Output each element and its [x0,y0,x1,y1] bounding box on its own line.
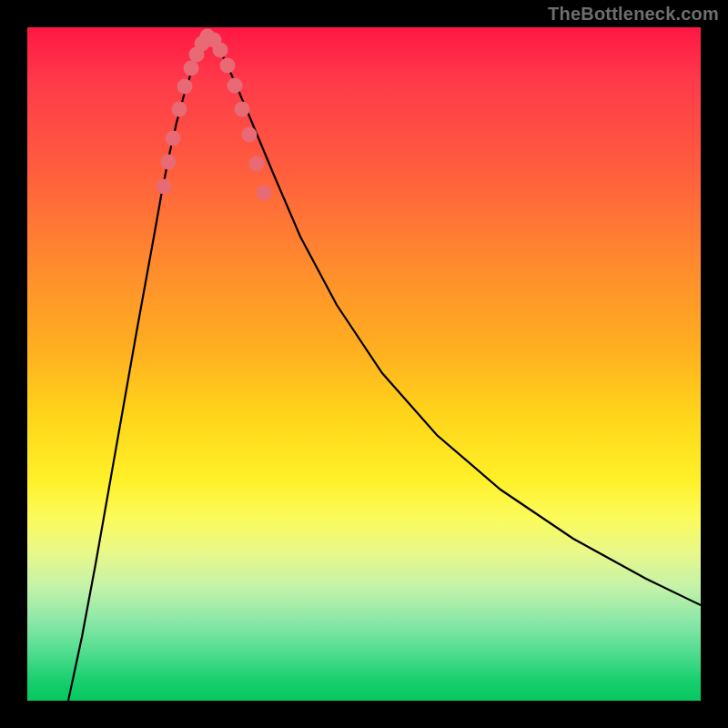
highlight-dot [242,127,258,143]
highlight-dot [177,79,193,95]
chart-plot-area [27,27,701,701]
highlight-dot [228,78,243,94]
highlight-dot [184,61,199,76]
highlight-dot [157,179,172,195]
watermark-text: TheBottleneck.com [548,4,719,25]
highlight-dot [249,157,265,172]
highlight-dots-group [157,29,272,201]
highlight-dot [172,102,187,117]
curve-right-arm [207,35,701,605]
chart-svg [27,27,701,701]
highlight-dot [166,131,181,147]
curve-left-arm [68,35,207,701]
highlight-dot [220,58,236,74]
highlight-dot [235,102,250,117]
highlight-dot [257,186,272,201]
highlight-dot [161,155,177,170]
highlight-dot [213,43,228,58]
